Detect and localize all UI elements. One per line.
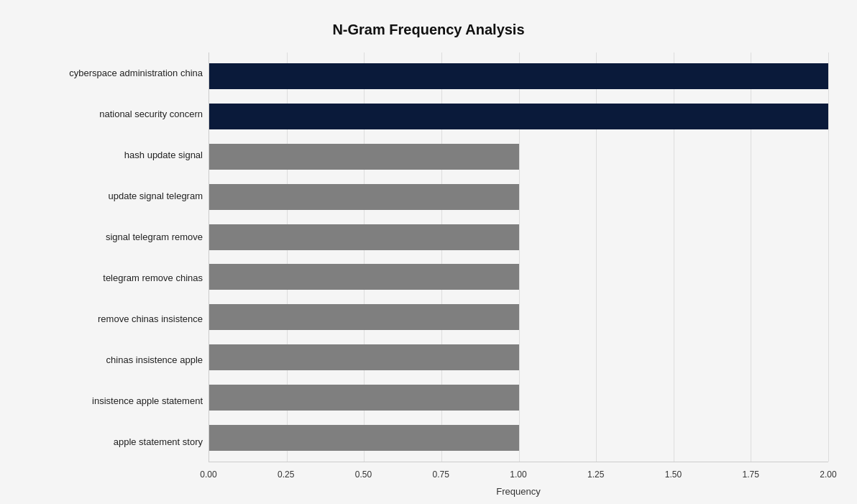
chart-container: N-Gram Frequency Analysis cyberspace adm… — [0, 0, 857, 504]
bar-row — [209, 341, 828, 374]
bar — [209, 304, 519, 330]
chart-area: cyberspace administration chinanational … — [29, 52, 828, 427]
bar — [209, 104, 828, 129]
y-label: signal telegram remove — [29, 216, 203, 257]
x-tick: 2.00 — [820, 469, 836, 480]
bar — [209, 344, 519, 370]
bars-section: cyberspace administration chinanational … — [29, 52, 828, 462]
x-tick: 0.75 — [433, 469, 449, 480]
x-tick: 1.50 — [665, 469, 682, 480]
x-axis-label: Frequency — [208, 486, 828, 497]
chart-title: N-Gram Frequency Analysis — [29, 14, 828, 38]
bar — [209, 184, 519, 210]
y-label: cyberspace administration china — [29, 52, 203, 93]
x-tick: 0.25 — [278, 469, 294, 480]
bar-row — [209, 180, 828, 214]
bar-row — [209, 421, 828, 454]
y-label: update signal telegram — [29, 175, 203, 216]
bar-row — [209, 301, 828, 334]
bars-wrapper — [209, 52, 828, 462]
bar-row — [209, 260, 828, 293]
bar-row — [209, 381, 828, 414]
x-tick: 0.50 — [355, 469, 372, 480]
x-tick: 1.75 — [743, 469, 759, 480]
x-tick: 1.25 — [587, 469, 604, 480]
grid-line — [828, 52, 829, 462]
y-label: telegram remove chinas — [29, 257, 203, 298]
bar-row — [209, 60, 828, 93]
y-label: chinas insistence apple — [29, 339, 203, 380]
bar — [209, 144, 519, 170]
bar — [209, 224, 519, 250]
bar-row — [209, 100, 828, 133]
y-label: apple statement story — [29, 421, 203, 462]
y-label: hash update signal — [29, 134, 203, 175]
bar — [209, 425, 519, 451]
bar — [209, 264, 519, 290]
bars-and-grid — [208, 52, 828, 462]
y-label: national security concern — [29, 93, 203, 134]
bar — [209, 63, 828, 89]
bar-row — [209, 140, 828, 173]
y-label: insistence apple statement — [29, 380, 203, 421]
bar — [209, 385, 519, 411]
bar-row — [209, 221, 828, 254]
y-labels: cyberspace administration chinanational … — [29, 52, 208, 462]
x-tick: 0.00 — [200, 469, 216, 480]
x-tick: 1.00 — [510, 469, 526, 480]
y-label: remove chinas insistence — [29, 298, 203, 339]
